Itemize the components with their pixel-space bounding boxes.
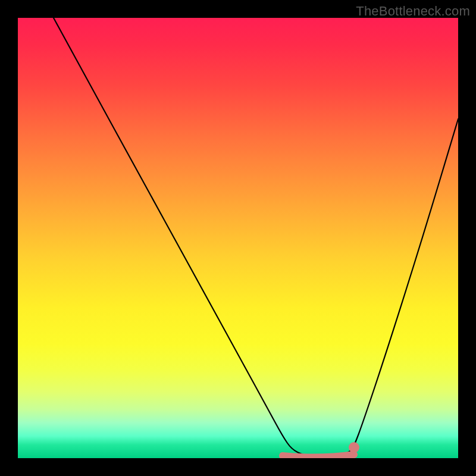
curve-layer — [18, 18, 458, 458]
watermark-text: TheBottleneck.com — [356, 4, 470, 19]
chart-frame: TheBottleneck.com — [0, 0, 476, 476]
plot-area — [18, 18, 458, 458]
highlight-dot — [349, 442, 359, 453]
bottleneck-curve — [54, 18, 458, 457]
flat-highlight — [283, 455, 354, 458]
